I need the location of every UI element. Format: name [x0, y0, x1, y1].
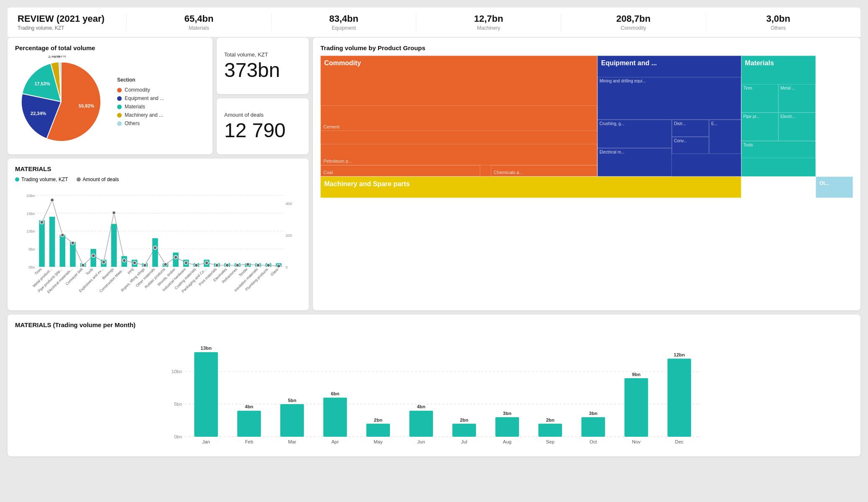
treemap-cell: Machinery and Spare parts — [320, 177, 741, 198]
svg-point-46 — [112, 211, 115, 214]
legend-label-machinery: Machinery and ... — [125, 112, 163, 118]
svg-point-61 — [266, 264, 270, 267]
monthly-card: MATERIALS (Trading volume per Month)0bn5… — [8, 315, 860, 456]
svg-rect-28 — [173, 253, 179, 267]
svg-text:Sep: Sep — [546, 439, 554, 444]
legend-amount-deals: Amount of deals — [77, 177, 119, 182]
treemap-card: Trading volume by Product Groups Commodi… — [313, 38, 860, 310]
svg-text:Feb: Feb — [245, 439, 253, 444]
svg-point-57 — [225, 264, 229, 267]
svg-rect-111 — [410, 411, 433, 437]
stat-others-value: 3,0bn — [766, 13, 790, 24]
svg-text:Tires: Tires — [34, 267, 43, 276]
pie-svg: 55,92%22,34%17,53%3,40%0,80% — [15, 56, 107, 148]
treemap-cell: Ot... — [816, 177, 853, 198]
main-grid: Percentage of total volume 55,92%22,34%1… — [8, 38, 860, 310]
svg-point-48 — [133, 261, 136, 264]
svg-rect-15 — [39, 220, 45, 267]
svg-text:PPE: PPE — [127, 267, 136, 275]
legend-label-trading: Trading volume, KZT — [21, 177, 68, 182]
svg-text:400: 400 — [286, 202, 292, 206]
svg-rect-18 — [70, 242, 76, 267]
svg-text:Jan: Jan — [202, 439, 210, 444]
svg-rect-117 — [495, 417, 519, 437]
treemap-cell: Commodity — [320, 56, 597, 177]
treemap-cell: Materials — [741, 56, 816, 177]
legend-label-others: Others — [125, 120, 140, 126]
legend-color-deals — [77, 177, 81, 182]
pie-card: Percentage of total volume 55,92%22,34%1… — [8, 38, 213, 154]
svg-text:22,34%: 22,34% — [31, 111, 46, 116]
svg-point-53 — [184, 261, 188, 264]
svg-point-40 — [51, 198, 54, 202]
svg-point-51 — [164, 263, 167, 266]
deals-card: Amount of deals 12 790 — [217, 98, 309, 155]
pie-legend: Section Commodity Equipment and ... Mate… — [117, 77, 164, 126]
svg-rect-114 — [452, 424, 476, 437]
svg-point-52 — [174, 256, 177, 259]
svg-point-56 — [215, 264, 218, 267]
svg-text:17,53%: 17,53% — [34, 81, 50, 86]
svg-text:4bn: 4bn — [417, 404, 425, 409]
svg-point-45 — [102, 260, 105, 264]
svg-text:55,92%: 55,92% — [79, 103, 95, 108]
svg-text:0bn: 0bn — [174, 434, 182, 439]
svg-text:9bn: 9bn — [632, 372, 640, 377]
svg-point-41 — [61, 233, 64, 237]
svg-text:Jul: Jul — [461, 439, 467, 444]
stat-machinery-value: 12,7bn — [474, 13, 503, 24]
svg-text:3bn: 3bn — [503, 411, 511, 416]
svg-text:5bn: 5bn — [288, 398, 296, 403]
svg-rect-105 — [323, 398, 347, 437]
svg-point-62 — [277, 264, 280, 268]
stat-materials-label: Materials — [189, 25, 209, 31]
legend-materials: Materials — [117, 104, 164, 110]
total-volume-card: Total volume, KZT 373bn — [217, 38, 309, 94]
svg-point-47 — [123, 259, 126, 262]
svg-point-58 — [236, 264, 239, 267]
svg-text:6bn: 6bn — [331, 391, 339, 396]
legend-commodity: Commodity — [117, 87, 164, 93]
stat-commodity: 208,7bn Commodity — [561, 13, 706, 31]
svg-text:Glass: Glass — [270, 267, 279, 277]
total-volume-label: Total volume, KZT — [224, 51, 301, 58]
header-subtitle: Trading volume, KZT — [18, 25, 126, 31]
svg-text:12bn: 12bn — [674, 352, 685, 357]
right-cards: Total volume, KZT 373bn Amount of deals … — [217, 38, 309, 154]
svg-text:5bn: 5bn — [28, 247, 35, 251]
svg-text:13bn: 13bn — [200, 346, 212, 351]
legend-equipment: Equipment and ... — [117, 95, 164, 101]
stat-equipment: 83,4bn Equipment — [271, 13, 416, 31]
svg-text:2bn: 2bn — [460, 417, 469, 423]
svg-text:Apr: Apr — [331, 439, 339, 444]
svg-text:10bn: 10bn — [172, 369, 182, 374]
svg-rect-26 — [152, 238, 158, 266]
total-volume-value: 373bn — [224, 60, 301, 80]
svg-text:4bn: 4bn — [245, 404, 253, 409]
legend-color-trading — [15, 177, 19, 182]
svg-text:Jun: Jun — [417, 439, 425, 444]
treemap-container: CommodityEquipment and ...MaterialsMachi… — [320, 56, 853, 198]
svg-point-60 — [256, 264, 260, 267]
svg-rect-20 — [90, 249, 96, 267]
svg-point-42 — [71, 241, 74, 245]
pie-title: Percentage of total volume — [15, 44, 205, 51]
legend-dot-machinery — [117, 113, 122, 118]
svg-point-54 — [195, 264, 198, 267]
treemap-title: Trading volume by Product Groups — [320, 44, 853, 51]
stat-commodity-value: 208,7bn — [616, 13, 650, 24]
svg-text:0,80%: 0,80% — [54, 56, 66, 58]
legend-trading-volume: Trading volume, KZT — [15, 177, 68, 182]
deals-value: 12 790 — [224, 120, 301, 141]
svg-text:Aug: Aug — [503, 439, 511, 444]
stat-materials-value: 65,4bn — [184, 13, 214, 24]
svg-text:Mar: Mar — [288, 439, 296, 444]
stat-others-label: Others — [771, 25, 786, 31]
legend-label-deals-chart: Amount of deals — [83, 177, 119, 182]
svg-text:0bn: 0bn — [28, 265, 35, 269]
stat-equipment-value: 83,4bn — [329, 13, 358, 24]
svg-text:3bn: 3bn — [589, 411, 597, 416]
svg-point-43 — [81, 264, 84, 267]
stat-equipment-label: Equipment — [332, 25, 356, 31]
top-left-section: Percentage of total volume 55,92%22,34%1… — [8, 38, 309, 154]
